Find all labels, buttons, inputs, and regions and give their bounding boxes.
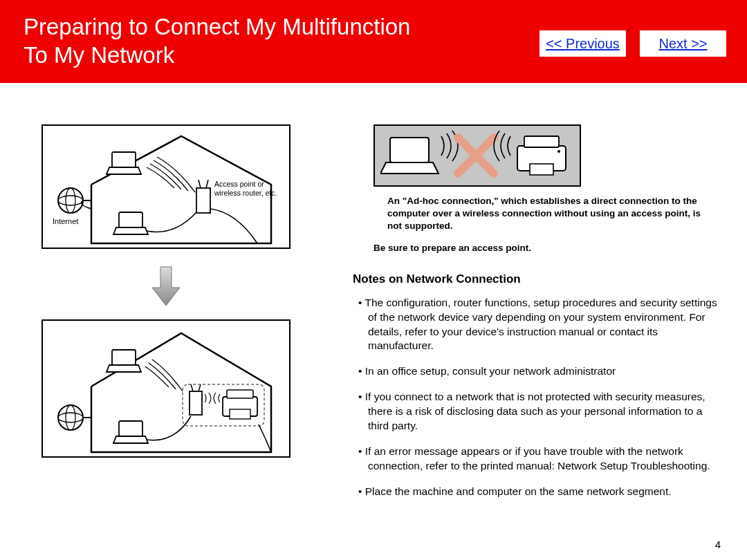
svg-point-15 [58,405,83,430]
adhoc-warning-text: An "Ad-hoc connection," which establishe… [353,195,712,233]
page-number: 4 [715,539,721,550]
svg-rect-28 [119,421,142,436]
adhoc-prepare-text: Be sure to prepare an access point. [353,243,719,253]
left-column: Internet [21,124,311,510]
svg-text:Access point or: Access point or [214,180,264,188]
svg-rect-7 [196,188,210,213]
list-item: The configuration, router functions, set… [358,296,719,354]
svg-rect-27 [230,409,250,419]
svg-rect-22 [190,391,202,415]
svg-marker-6 [107,167,141,174]
notes-list: The configuration, router functions, set… [353,296,719,499]
list-item: In an office setup, consult your network… [358,364,719,379]
svg-line-24 [199,384,201,391]
list-item: If you connect to a network that is not … [358,390,719,433]
svg-marker-20 [107,365,141,372]
svg-point-17 [66,405,75,430]
next-button[interactable]: Next >> [640,30,726,57]
svg-rect-19 [112,350,136,365]
svg-rect-30 [390,138,429,162]
right-column: An "Ad-hoc connection," which establishe… [353,124,726,510]
svg-rect-12 [119,212,142,227]
svg-marker-14 [152,267,180,306]
previous-button[interactable]: << Previous [540,30,626,57]
diagram-after [42,319,290,458]
svg-line-9 [206,180,208,188]
svg-text:wireless router, etc.: wireless router, etc. [214,189,277,197]
list-item: If an error message appears or if you ha… [358,445,719,474]
diagram-before: Internet [42,124,290,249]
svg-point-1 [58,196,83,205]
svg-point-0 [58,188,83,213]
svg-marker-13 [113,227,148,234]
down-arrow-icon [151,261,181,307]
svg-text:Internet: Internet [53,217,78,225]
notes-heading: Notes on Network Connection [353,272,719,286]
svg-marker-31 [380,162,439,174]
content-area: Internet [0,83,747,510]
svg-rect-35 [524,136,559,147]
header-banner: Preparing to Connect My Multifunction To… [0,0,747,83]
svg-rect-26 [227,390,253,398]
title-line-2: To My Network [24,42,174,68]
svg-point-2 [66,188,75,213]
svg-line-23 [191,384,193,391]
svg-line-8 [199,180,201,188]
adhoc-illustration [374,124,581,187]
svg-marker-29 [113,436,148,443]
title-line-1: Preparing to Connect My Multifunction [24,14,410,39]
svg-point-16 [58,413,83,422]
svg-rect-5 [112,152,136,167]
list-item: Place the machine and computer on the sa… [358,485,719,499]
svg-rect-36 [530,164,553,175]
svg-point-37 [557,150,560,153]
nav-buttons: << Previous Next >> [540,30,726,57]
